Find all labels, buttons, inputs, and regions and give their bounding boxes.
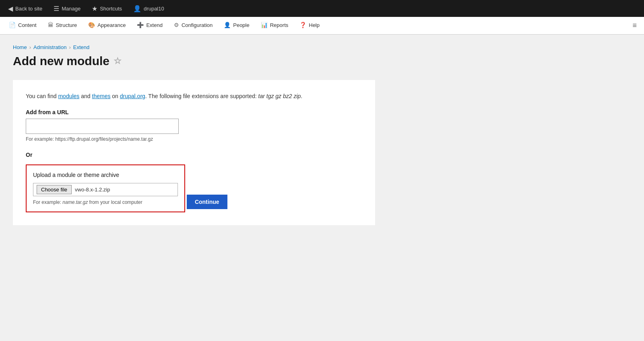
back-icon: ◀ [8,5,13,12]
user-icon: 👤 [133,5,141,12]
reports-nav-label: Reports [270,22,289,28]
nav-item-extend[interactable]: ➕ Extend [131,17,168,34]
appearance-nav-label: Appearance [97,22,126,28]
nav-item-structure[interactable]: 🏛 Structure [42,17,83,34]
username-label: drupal10 [144,6,164,12]
content-nav-label: Content [18,22,37,28]
or-label: Or [26,152,362,158]
url-field-hint: For example: https://ftp.drupal.org/file… [26,136,362,142]
breadcrumb: Home › Administration › Extend [13,44,631,50]
star-toolbar-icon: ★ [92,5,97,12]
shortcuts-label: Shortcuts [100,6,122,12]
manage-link[interactable]: ☰ Manage [49,0,85,17]
drupal-org-link[interactable]: drupal.org [120,93,145,99]
shortcuts-link[interactable]: ★ Shortcuts [87,0,127,17]
help-nav-icon: ❓ [299,22,306,28]
page-content: Home › Administration › Extend Add new m… [0,35,644,341]
desc-middle: and [79,93,92,99]
people-nav-label: People [233,22,249,28]
configuration-nav-label: Configuration [182,22,213,28]
page-title-container: Add new module ☆ [13,54,631,68]
choose-file-button[interactable]: Choose file [37,185,72,194]
appearance-nav-icon: 🎨 [88,22,95,28]
upload-box: Upload a module or theme archive Choose … [26,164,185,212]
breadcrumb-sep-1: › [29,44,31,50]
extend-nav-icon: ➕ [137,22,144,28]
file-input-row: Choose file vwo-8.x-1.2.zip [33,183,178,196]
file-name-display: vwo-8.x-1.2.zip [75,187,110,193]
manage-label: Manage [62,6,80,12]
back-to-site-label: Back to site [15,6,42,12]
url-field-label: Add from a URL [26,109,362,115]
extend-nav-label: Extend [146,22,162,28]
nav-item-reports[interactable]: 📊 Reports [255,17,294,34]
description-text: You can find modules and themes on drupa… [26,93,362,99]
content-nav-icon: 📄 [9,22,16,28]
desc-middle2: on [110,93,120,99]
manage-icon: ☰ [54,5,59,12]
admin-toolbar: ◀ Back to site ☰ Manage ★ Shortcuts 👤 dr… [0,0,644,17]
breadcrumb-extend[interactable]: Extend [73,44,89,50]
structure-nav-label: Structure [56,22,77,28]
nav-item-configuration[interactable]: ⚙ Configuration [168,17,218,34]
continue-button[interactable]: Continue [187,195,227,209]
url-input[interactable] [26,119,179,134]
breadcrumb-sep-2: › [69,44,70,50]
page-title: Add new module [13,54,109,68]
favorite-star-icon[interactable]: ☆ [114,56,122,66]
upload-hint: For example: name.tar.gz from your local… [33,199,178,205]
reports-nav-icon: 📊 [261,22,268,28]
themes-link[interactable]: themes [92,93,111,99]
secondary-nav: 📄 Content 🏛 Structure 🎨 Appearance ➕ Ext… [0,17,644,35]
back-to-site-link[interactable]: ◀ Back to site [3,0,47,17]
nav-spacer [325,17,628,34]
breadcrumb-administration[interactable]: Administration [33,44,66,50]
nav-toggle-icon[interactable]: ≡ [628,17,641,34]
desc-period: . [301,93,302,99]
upload-box-label: Upload a module or theme archive [33,172,178,178]
extensions-text: tar tgz gz bz2 zip [258,93,301,99]
configuration-nav-icon: ⚙ [174,22,179,28]
modules-link[interactable]: modules [58,93,79,99]
breadcrumb-home[interactable]: Home [13,44,27,50]
people-nav-icon: 👤 [224,22,231,28]
structure-nav-icon: 🏛 [48,22,54,28]
help-nav-label: Help [309,22,320,28]
desc-prefix: You can find [26,93,58,99]
nav-item-content[interactable]: 📄 Content [3,17,42,34]
nav-item-appearance[interactable]: 🎨 Appearance [83,17,131,34]
nav-item-help[interactable]: ❓ Help [294,17,325,34]
user-link[interactable]: 👤 drupal10 [128,0,169,17]
desc-suffix: . The following file extensions are supp… [145,93,258,99]
main-card: You can find modules and themes on drupa… [13,80,375,225]
nav-item-people[interactable]: 👤 People [218,17,255,34]
